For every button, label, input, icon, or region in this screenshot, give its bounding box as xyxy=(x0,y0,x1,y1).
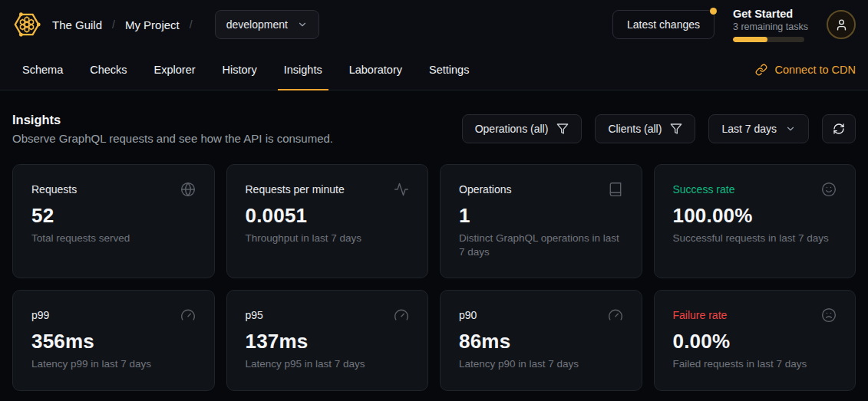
date-range-label: Last 7 days xyxy=(721,123,777,135)
tab-label: Insights xyxy=(284,64,322,76)
breadcrumb-separator: / xyxy=(112,18,115,31)
filter-icon xyxy=(670,123,682,135)
stat-description: Successful requests in last 7 days xyxy=(673,232,837,245)
stat-title: Success rate xyxy=(673,183,735,196)
gauge-icon xyxy=(608,307,623,323)
page-subtitle: Observe GraphQL requests and see how the… xyxy=(12,132,333,145)
clients-filter-button[interactable]: Clients (all) xyxy=(595,114,695,143)
stat-card: p90 86ms Latency p90 in last 7 days xyxy=(440,290,642,390)
stat-value: 100.00% xyxy=(673,204,837,228)
stat-title: p95 xyxy=(246,309,263,321)
target-selector-dropdown[interactable]: development xyxy=(215,10,319,39)
stats-grid: Requests 52 Total requests served Reques… xyxy=(0,145,868,391)
tab-insights[interactable]: Insights xyxy=(274,49,332,90)
latest-changes-label: Latest changes xyxy=(627,18,700,31)
breadcrumb: The Guild / My Project / xyxy=(52,18,203,31)
globe-icon xyxy=(180,182,196,197)
stat-card: Operations 1 Distinct GraphQL operations… xyxy=(440,164,642,278)
tab-settings[interactable]: Settings xyxy=(419,49,479,90)
link-icon xyxy=(755,64,767,76)
user-icon xyxy=(835,18,848,31)
breadcrumb-separator: / xyxy=(190,18,193,31)
app-header: The Guild / My Project / development Lat… xyxy=(0,0,868,49)
chevron-down-icon xyxy=(297,19,308,30)
stat-value: 356ms xyxy=(31,330,196,353)
target-selector-value: development xyxy=(226,18,288,31)
get-started-progress-bar xyxy=(733,37,804,42)
tab-laboratory[interactable]: Laboratory xyxy=(339,49,412,90)
filter-icon xyxy=(556,123,569,135)
date-range-dropdown[interactable]: Last 7 days xyxy=(708,114,809,143)
insights-page: Insights Observe GraphQL requests and se… xyxy=(0,90,868,391)
stat-value: 86ms xyxy=(459,330,623,353)
nav-tabs: Schema Checks Explorer History Insights … xyxy=(12,49,479,90)
operations-filter-button[interactable]: Operations (all) xyxy=(462,114,583,143)
hive-logo-icon[interactable] xyxy=(12,10,41,39)
connect-to-cdn-link[interactable]: Connect to CDN xyxy=(755,64,856,76)
gauge-icon xyxy=(394,307,409,323)
stat-description: Latency p90 in last 7 days xyxy=(459,357,623,371)
gauge-icon xyxy=(180,307,196,323)
tab-label: Checks xyxy=(90,64,127,76)
stat-card: Requests 52 Total requests served xyxy=(12,164,215,278)
connect-to-cdn-label: Connect to CDN xyxy=(774,64,856,76)
breadcrumb-org[interactable]: The Guild xyxy=(52,18,102,31)
tab-checks[interactable]: Checks xyxy=(80,49,137,90)
frown-icon xyxy=(821,307,837,323)
stat-title: Failure rate xyxy=(673,309,728,321)
breadcrumb-project[interactable]: My Project xyxy=(125,18,180,31)
stat-card: Requests per minute 0.0051 Throughput in… xyxy=(226,164,429,278)
stat-card: Failure rate 0.00% Failed requests in la… xyxy=(654,290,856,390)
get-started-remaining-tasks: 3 remaining tasks xyxy=(733,21,807,32)
stat-card: Success rate 100.00% Successful requests… xyxy=(654,164,856,278)
stat-description: Distinct GraphQL operations in last 7 da… xyxy=(459,232,623,259)
project-nav: Schema Checks Explorer History Insights … xyxy=(0,49,868,90)
chevron-down-icon xyxy=(785,123,796,134)
notification-dot xyxy=(710,8,717,15)
stat-title: p99 xyxy=(31,309,49,321)
get-started-widget[interactable]: Get Started 3 remaining tasks xyxy=(733,8,807,42)
smile-icon xyxy=(821,182,837,197)
stat-title: Requests xyxy=(31,183,77,196)
refresh-button[interactable] xyxy=(822,114,856,143)
stat-title: p90 xyxy=(459,309,477,321)
stat-card: p95 137ms Latency p95 in last 7 days xyxy=(226,290,429,390)
stat-description: Latency p95 in last 7 days xyxy=(246,357,410,371)
stat-description: Latency p99 in last 7 days xyxy=(31,357,196,371)
latest-changes-button[interactable]: Latest changes xyxy=(612,10,715,39)
stat-value: 137ms xyxy=(246,330,410,353)
operations-filter-label: Operations (all) xyxy=(475,123,549,135)
tab-label: Explorer xyxy=(154,64,196,76)
filter-toolbar: Operations (all) Clients (all) Last 7 da… xyxy=(462,114,856,145)
tab-label: Schema xyxy=(22,64,63,76)
activity-icon xyxy=(394,182,409,197)
stat-value: 0.00% xyxy=(673,330,837,353)
tab-explorer[interactable]: Explorer xyxy=(144,49,206,90)
page-title: Insights xyxy=(12,113,333,127)
stat-value: 52 xyxy=(31,204,196,228)
tab-label: Laboratory xyxy=(349,64,402,76)
get-started-title: Get Started xyxy=(733,8,807,20)
user-avatar[interactable] xyxy=(827,10,856,39)
tab-history[interactable]: History xyxy=(213,49,267,90)
refresh-icon xyxy=(833,123,845,135)
stat-description: Throughput in last 7 days xyxy=(246,232,410,245)
tab-label: Settings xyxy=(429,64,469,76)
get-started-progress-fill xyxy=(733,37,767,42)
tab-label: History xyxy=(223,64,257,76)
clients-filter-label: Clients (all) xyxy=(608,123,662,135)
stat-description: Failed requests in last 7 days xyxy=(673,357,837,371)
book-icon xyxy=(608,182,623,197)
tab-schema[interactable]: Schema xyxy=(12,49,73,90)
stat-title: Requests per minute xyxy=(246,183,345,196)
stat-title: Operations xyxy=(459,183,511,196)
stat-description: Total requests served xyxy=(31,232,196,245)
stat-value: 0.0051 xyxy=(246,204,410,228)
stat-value: 1 xyxy=(459,204,623,228)
stat-card: p99 356ms Latency p99 in last 7 days xyxy=(12,290,215,390)
